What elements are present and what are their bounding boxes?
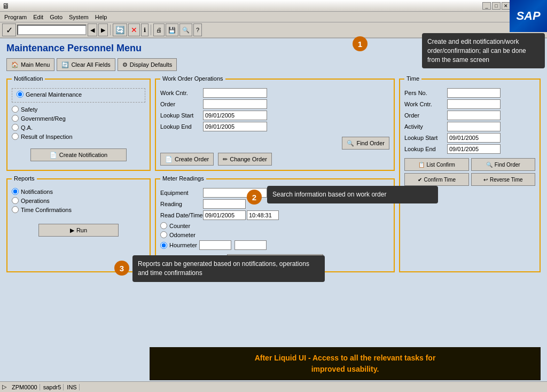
meter-reading-label: Reading (160, 201, 203, 207)
hourmeter-input2[interactable] (235, 240, 267, 250)
radio-hourmeter[interactable]: Hourmeter (160, 240, 389, 250)
radio-odometer-input[interactable] (160, 231, 167, 238)
change-order-label: Change Order (230, 156, 267, 162)
tooltip-1-number-text: 1 (358, 40, 362, 49)
bottom-banner-line1: After Liquid UI - Access to all the rele… (255, 354, 436, 362)
minimize-btn[interactable]: _ (482, 2, 491, 10)
help-btn[interactable]: ? (193, 23, 202, 36)
maximize-btn[interactable]: □ (492, 2, 501, 10)
meter-reading-input[interactable] (203, 199, 246, 209)
create-order-label: Create Order (175, 156, 209, 162)
nav-prev[interactable]: ◀ (88, 23, 97, 36)
radio-result-input[interactable] (12, 133, 19, 140)
sap-logo: SAP (510, 0, 547, 32)
find-order-label: Find Order (356, 140, 385, 146)
create-notification-label: Create Notification (59, 152, 108, 158)
workorder-order-row: Order (160, 99, 389, 109)
menu-help[interactable]: Help (93, 13, 110, 21)
radio-odometer[interactable]: Odometer (160, 231, 389, 238)
radio-notifications[interactable]: Notifications (12, 188, 145, 195)
radio-safety[interactable]: Safety (12, 106, 145, 113)
time-persno-input[interactable] (447, 88, 501, 98)
clear-icon: 🔄 (61, 61, 69, 68)
status-mode: INS (65, 384, 79, 390)
tooltip-3-number: 3 (114, 261, 129, 276)
result-label: Result of Inspection (21, 134, 73, 140)
radio-time-confirmations[interactable]: Time Confirmations (12, 206, 145, 213)
create-notification-btn[interactable]: 📄 Create Notification (30, 148, 127, 161)
time-end-input[interactable] (447, 144, 501, 154)
lookup-end-input[interactable] (203, 122, 267, 131)
workcntr-input[interactable] (203, 88, 267, 98)
time-find-order-label: Find Order (495, 162, 520, 168)
time-panel: Time Pers No. Work Cntr. Order Activity … (399, 79, 541, 272)
create-order-btn[interactable]: 📄 Create Order (160, 153, 214, 166)
reports-notifications-label: Notifications (21, 189, 53, 195)
run-btn[interactable]: ▶ Run (38, 224, 119, 237)
radio-operations[interactable]: Operations (12, 197, 145, 204)
time-end-row: Lookup End (404, 144, 535, 154)
find-btn[interactable]: 🔍 (179, 23, 192, 36)
time-start-input[interactable] (447, 133, 501, 143)
display-defaults-btn[interactable]: ⚙ Display Defaults (118, 58, 177, 71)
radio-time-confirmations-input[interactable] (12, 206, 19, 213)
order-input[interactable] (203, 99, 267, 109)
radio-counter-input[interactable] (160, 222, 167, 229)
meter-date-input[interactable] (203, 210, 246, 220)
run-label: Run (76, 227, 87, 233)
bottom-banner-line2: improved usability. (311, 365, 379, 373)
menu-goto[interactable]: Goto (48, 13, 65, 21)
back-btn[interactable]: ✓ (2, 23, 16, 36)
reverse-time-btn[interactable]: ↩ Reverse Time (471, 173, 536, 186)
main-menu-btn[interactable]: 🏠 Main Menu (6, 58, 54, 71)
status-arrow: ▷ (2, 383, 6, 390)
radio-government[interactable]: Government/Reg (12, 115, 145, 122)
menu-system[interactable]: System (67, 13, 91, 21)
radio-counter[interactable]: Counter (160, 222, 389, 229)
time-order-label: Order (404, 112, 447, 119)
time-activity-input[interactable] (447, 122, 501, 131)
status-server: sapdr5 (41, 384, 64, 390)
refresh-btn[interactable]: 🔄 (113, 23, 127, 36)
settings-icon: ⚙ (122, 61, 128, 68)
save-btn[interactable]: 💾 (166, 23, 178, 36)
title-bar: 🖥 _ □ ✕ SAP (0, 0, 547, 12)
list-confirm-icon: 📋 (418, 162, 425, 168)
hourmeter-input[interactable] (199, 240, 231, 250)
lookup-start-input[interactable] (203, 111, 267, 120)
radio-hourmeter-input[interactable] (160, 242, 167, 249)
clear-all-btn[interactable]: 🔄 Clear All Fields (57, 58, 115, 71)
create-notif-icon: 📄 (50, 152, 57, 159)
find-order-btn[interactable]: 🔍 Find Order (342, 137, 389, 150)
print-btn[interactable]: 🖨 (153, 23, 165, 36)
status-program: ZPM0000 (10, 384, 40, 390)
time-order-input[interactable] (447, 111, 501, 120)
radio-qa[interactable]: Q.A. (12, 124, 145, 131)
reports-time-label: Time Confirmations (21, 207, 72, 213)
radio-notifications-input[interactable] (12, 188, 19, 195)
radio-operations-input[interactable] (12, 197, 19, 204)
time-workcntr-label: Work Cntr. (404, 101, 447, 107)
radio-result[interactable]: Result of Inspection (12, 133, 145, 140)
radio-safety-input[interactable] (12, 106, 19, 113)
radio-qa-input[interactable] (12, 124, 19, 131)
menu-program[interactable]: Program (2, 13, 29, 21)
nav-next[interactable]: ▶ (98, 23, 108, 36)
close-btn[interactable]: ✕ (502, 2, 510, 10)
radio-general-maintenance[interactable]: General Maintenance (17, 91, 140, 98)
command-input[interactable] (17, 25, 87, 35)
meter-time-input[interactable] (247, 210, 279, 220)
menu-edit[interactable]: Edit (31, 13, 45, 21)
workcntr-label: Work Cntr. (160, 90, 203, 96)
confirm-time-btn[interactable]: ✔ Confirm Time (404, 173, 469, 186)
change-order-btn[interactable]: ✏ Change Order (218, 153, 272, 166)
stop-btn[interactable]: ✕ (128, 23, 140, 36)
time-workcntr-input[interactable] (447, 99, 501, 109)
reports-panel-title: Reports (12, 175, 37, 182)
info-btn[interactable]: ℹ (141, 23, 149, 36)
list-confirm-btn[interactable]: 📋 List Confirm (404, 158, 469, 171)
time-find-order-btn[interactable]: 🔍 Find Order (471, 158, 536, 171)
radio-government-input[interactable] (12, 115, 19, 122)
run-icon: ▶ (70, 227, 74, 234)
radio-general-maintenance-input[interactable] (17, 91, 24, 98)
